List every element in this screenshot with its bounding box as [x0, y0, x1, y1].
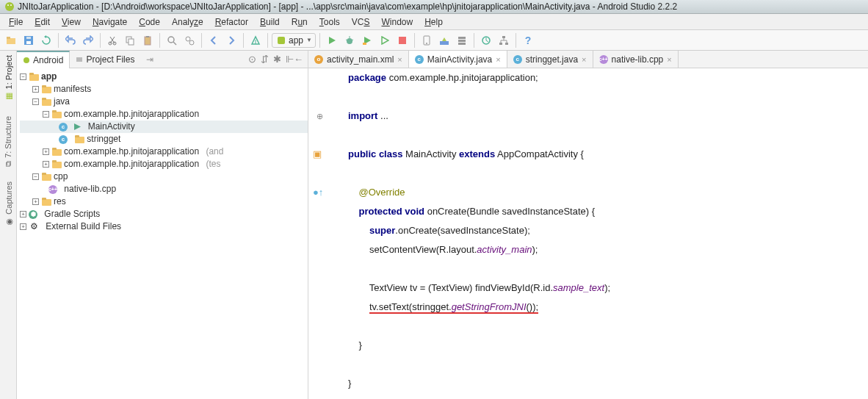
tree-pkg3[interactable]: +com.example.hp.jnitojarapplication (tes	[20, 158, 308, 170]
find-icon[interactable]	[164, 32, 180, 48]
svg-rect-33	[502, 36, 505, 38]
help-icon[interactable]: ?	[520, 32, 536, 48]
code-content[interactable]: package com.example.hp.jnitojarapplicati…	[333, 68, 610, 399]
stop-icon[interactable]	[394, 32, 411, 48]
tab-scroll[interactable]: ⇥	[140, 51, 159, 68]
forward-icon[interactable]	[223, 32, 239, 48]
menu-file[interactable]: File	[3, 14, 29, 29]
window-title: JNItoJarApplication - [D:\Android\worksp…	[18, 0, 677, 14]
menu-code[interactable]: Code	[133, 14, 166, 29]
menu-edit[interactable]: Edit	[29, 14, 56, 29]
tab-android[interactable]: Android	[17, 51, 70, 68]
svg-rect-31	[458, 43, 466, 45]
svg-point-0	[5, 2, 14, 11]
sync-icon[interactable]	[38, 32, 54, 48]
run2-icon[interactable]	[359, 32, 375, 48]
tool-window-project[interactable]: ▦1: Project	[4, 55, 13, 101]
settings-icon[interactable]: ✱	[273, 54, 281, 65]
gradle-sync-icon[interactable]	[478, 32, 494, 48]
tool-bar: app ▼ ?	[0, 30, 868, 51]
run-config-combo[interactable]: app ▼	[272, 33, 316, 48]
menu-help[interactable]: Help	[419, 14, 449, 29]
tree-java[interactable]: −java	[20, 96, 308, 108]
svg-rect-3	[7, 38, 15, 44]
menu-run[interactable]: Run	[286, 14, 314, 29]
close-icon[interactable]: ×	[667, 55, 671, 64]
project-tree[interactable]: −app +manifests −java −com.example.hp.jn…	[17, 68, 308, 399]
tab-native-lib[interactable]: c++native-lib.cpp×	[593, 51, 679, 68]
expand-icon[interactable]: ⇵	[261, 54, 269, 65]
close-icon[interactable]: ×	[582, 55, 586, 64]
code-editor[interactable]: ⊕ ▣ ●↑ package com.example.hp.jnitojarap…	[308, 68, 868, 399]
menu-build[interactable]: Build	[254, 14, 286, 29]
svg-rect-13	[146, 36, 149, 37]
svg-rect-19	[278, 37, 285, 44]
gutter: ⊕ ▣ ●↑	[308, 68, 333, 399]
svg-point-1	[7, 4, 9, 6]
tool-window-structure[interactable]: ⧉7: Structure	[4, 116, 12, 167]
menu-analyze[interactable]: Analyze	[166, 14, 209, 29]
svg-point-36	[23, 57, 29, 63]
redo-icon[interactable]	[80, 32, 96, 48]
tree-app[interactable]: −app	[20, 71, 308, 83]
tab-project-files[interactable]: Project Files	[70, 51, 140, 68]
svg-point-14	[168, 37, 174, 43]
svg-rect-35	[505, 43, 508, 45]
svg-rect-37	[76, 57, 82, 62]
run-icon[interactable]	[324, 32, 340, 48]
make-icon[interactable]	[247, 32, 264, 48]
debug-icon[interactable]	[341, 32, 358, 48]
svg-rect-11	[129, 39, 134, 45]
save-icon[interactable]	[21, 32, 37, 48]
collapse-icon[interactable]: ⊙	[248, 54, 256, 65]
back-icon[interactable]	[206, 32, 222, 48]
svg-point-20	[347, 38, 352, 44]
panel-tools: ⊙ ⇵ ✱ ⊩←	[248, 54, 308, 65]
tab-main-activity[interactable]: cMainActivity.java×	[409, 51, 507, 68]
svg-rect-7	[26, 37, 31, 39]
tab-stringget[interactable]: cstringget.java×	[507, 51, 593, 68]
app-icon	[4, 1, 15, 12]
menu-refactor[interactable]: Refactor	[209, 14, 254, 29]
tool-window-captures[interactable]: ◉Captures	[4, 181, 13, 227]
replace-icon[interactable]	[181, 32, 198, 48]
menu-tools[interactable]: Tools	[314, 14, 346, 29]
tree-res[interactable]: +res	[20, 195, 308, 208]
close-icon[interactable]: ×	[496, 55, 500, 64]
avd-icon[interactable]	[419, 32, 435, 48]
menu-navigate[interactable]: Navigate	[87, 14, 133, 29]
tree-native-lib[interactable]: c++ native-lib.cpp	[20, 183, 308, 195]
tree-stringget[interactable]: c stringget	[20, 133, 308, 145]
copy-icon[interactable]	[122, 32, 138, 48]
tree-cpp[interactable]: −cpp	[20, 170, 308, 183]
undo-icon[interactable]	[62, 32, 79, 48]
svg-point-17	[189, 40, 194, 45]
tab-activity-main[interactable]: oactivity_main.xml×	[308, 51, 409, 68]
run-config-label: app	[289, 35, 303, 46]
tree-main-activity[interactable]: c MainActivity	[20, 121, 308, 133]
svg-rect-34	[499, 43, 502, 45]
tree-gradle[interactable]: +⬢ Gradle Scripts	[20, 208, 308, 220]
menu-vcs[interactable]: VCS	[346, 14, 376, 29]
tree-pkg1[interactable]: −com.example.hp.jnitojarapplication	[20, 108, 308, 121]
paste-icon[interactable]	[140, 32, 156, 48]
monitor-icon[interactable]	[454, 32, 470, 48]
structure-icon[interactable]	[496, 32, 512, 48]
hide-icon[interactable]: ⊩←	[286, 54, 303, 65]
svg-point-16	[186, 37, 190, 41]
close-icon[interactable]: ×	[397, 55, 402, 64]
tree-manifests[interactable]: +manifests	[20, 83, 308, 96]
panel-tabs: Android Project Files ⇥ ⊙ ⇵ ✱ ⊩←	[17, 51, 308, 68]
title-bar: JNItoJarApplication - [D:\Android\worksp…	[0, 0, 868, 14]
tree-pkg2[interactable]: +com.example.hp.jnitojarapplication (and	[20, 145, 308, 158]
menu-bar: File Edit View Navigate Code Analyze Ref…	[0, 14, 868, 30]
svg-point-27	[426, 43, 427, 44]
menu-window[interactable]: Window	[375, 14, 419, 29]
attach-icon[interactable]	[377, 32, 393, 48]
svg-rect-29	[458, 37, 466, 39]
sdk-icon[interactable]	[436, 32, 452, 48]
open-icon[interactable]	[3, 32, 19, 48]
tree-external[interactable]: +⚙ External Build Files	[20, 220, 308, 233]
cut-icon[interactable]	[104, 32, 120, 48]
menu-view[interactable]: View	[56, 14, 87, 29]
